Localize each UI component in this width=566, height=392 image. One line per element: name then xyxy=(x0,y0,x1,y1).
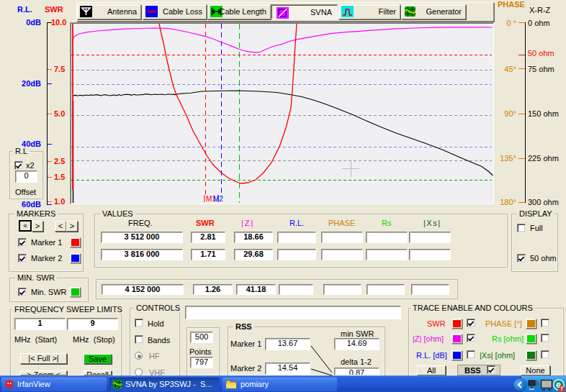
svg-text:225 ohm: 225 ohm xyxy=(528,154,559,163)
svg-text:2.5: 2.5 xyxy=(54,157,65,165)
svg-text:60dB: 60dB xyxy=(22,200,41,209)
svg-text:10.0: 10.0 xyxy=(51,18,66,27)
svg-text:1.0: 1.0 xyxy=(54,197,65,206)
svg-text:50 ohm: 50 ohm xyxy=(528,49,554,58)
svg-text:300 ohm: 300 ohm xyxy=(528,198,559,206)
svg-text:1.5: 1.5 xyxy=(54,173,65,181)
svg-text:0 °: 0 ° xyxy=(506,19,516,27)
svg-text:90°: 90° xyxy=(504,109,516,118)
svg-text:135°: 135° xyxy=(500,154,516,163)
svg-text:45°: 45° xyxy=(504,65,516,73)
svg-text:7.5: 7.5 xyxy=(54,65,65,73)
svg-text:180°: 180° xyxy=(500,198,516,206)
svg-text:0 ohm: 0 ohm xyxy=(528,19,550,27)
svg-text:5.0: 5.0 xyxy=(54,109,65,118)
svg-text:75 ohm: 75 ohm xyxy=(528,65,554,73)
svg-text:20dB: 20dB xyxy=(22,79,41,88)
svg-text:0dB: 0dB xyxy=(26,18,41,27)
svg-text:150 ohm: 150 ohm xyxy=(528,109,559,118)
